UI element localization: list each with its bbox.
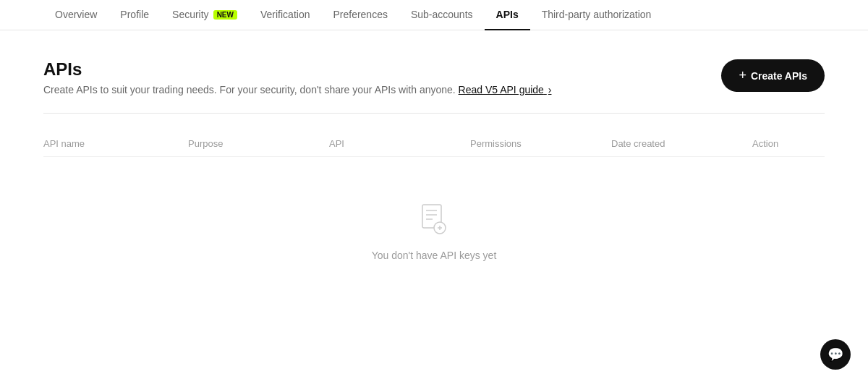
tab-apis[interactable]: APIs: [485, 0, 530, 30]
chat-icon: 💬: [827, 346, 843, 362]
tab-label-third-party: Third-party authorization: [542, 9, 652, 20]
tab-label-apis: APIs: [496, 9, 519, 20]
col-purpose: Purpose: [188, 138, 329, 149]
tab-verification[interactable]: Verification: [249, 0, 321, 30]
tab-overview[interactable]: Overview: [43, 0, 109, 30]
tab-label-sub-accounts: Sub-accounts: [411, 9, 473, 20]
table-header: API name Purpose API Permissions Date cr…: [43, 131, 825, 157]
chat-widget[interactable]: 💬: [820, 339, 851, 370]
empty-state-icon: [415, 200, 453, 238]
tab-label-security: Security: [172, 9, 209, 20]
api-table: API name Purpose API Permissions Date cr…: [43, 131, 825, 290]
description-text: Create APIs to suit your trading needs. …: [43, 84, 456, 95]
tab-label-verification: Verification: [260, 9, 310, 20]
tab-label-preferences: Preferences: [333, 9, 387, 20]
col-api: API: [329, 138, 470, 149]
tab-profile[interactable]: Profile: [109, 0, 161, 30]
create-apis-label: Create APIs: [751, 70, 807, 82]
tab-third-party[interactable]: Third-party authorization: [530, 0, 663, 30]
tab-label-overview: Overview: [55, 9, 97, 20]
tab-preferences[interactable]: Preferences: [321, 0, 399, 30]
col-date-created: Date created: [611, 138, 752, 149]
api-guide-link[interactable]: Read V5 API guide ›: [459, 84, 552, 95]
section-divider: [43, 113, 825, 114]
create-apis-button[interactable]: + Create APIs: [721, 59, 825, 92]
tab-label-profile: Profile: [120, 9, 149, 20]
tab-sub-accounts[interactable]: Sub-accounts: [399, 0, 485, 30]
nav-tabs: OverviewProfileSecurityNewVerificationPr…: [0, 0, 868, 30]
col-api-name: API name: [43, 138, 188, 149]
col-action: Action: [752, 138, 825, 149]
empty-state: You don't have API keys yet: [43, 157, 825, 290]
tab-security[interactable]: SecurityNew: [161, 0, 249, 30]
tab-badge-security: New: [213, 10, 237, 20]
page-description: Create APIs to suit your trading needs. …: [43, 84, 551, 95]
page-title-section: APIs Create APIs to suit your trading ne…: [43, 59, 551, 95]
plus-icon: +: [739, 68, 746, 83]
col-permissions: Permissions: [470, 138, 611, 149]
page-title: APIs: [43, 59, 551, 80]
main-content: APIs Create APIs to suit your trading ne…: [0, 30, 868, 319]
page-header: APIs Create APIs to suit your trading ne…: [43, 59, 825, 95]
empty-state-text: You don't have API keys yet: [372, 250, 497, 261]
link-arrow-icon: ›: [548, 84, 552, 95]
